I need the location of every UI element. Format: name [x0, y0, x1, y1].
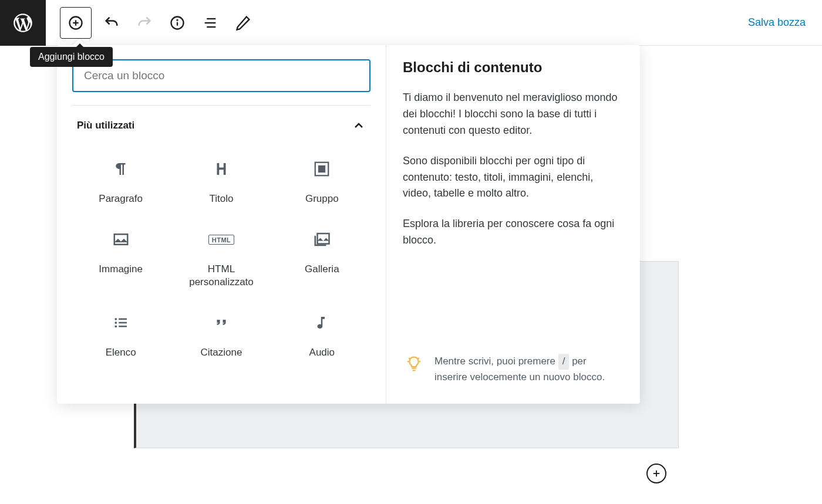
svg-rect-14	[119, 319, 127, 320]
block-inserter-left: Più utilizzati Paragrafo Titolo Gruppo I…	[57, 45, 386, 404]
svg-rect-18	[119, 326, 127, 327]
svg-line-22	[418, 358, 419, 359]
floating-add-button[interactable]	[646, 464, 666, 483]
block-grid: Paragrafo Titolo Gruppo Immagine HTML HT…	[72, 138, 370, 365]
plus-circle-icon	[68, 15, 84, 31]
quote-icon	[211, 312, 232, 333]
image-icon	[110, 229, 132, 250]
list-icon	[110, 312, 132, 333]
pencil-icon	[235, 15, 251, 31]
editor-toolbar: Salva bozza	[0, 0, 822, 46]
svg-rect-12	[318, 234, 329, 244]
save-draft-button[interactable]: Salva bozza	[742, 12, 811, 33]
wordpress-icon	[12, 12, 34, 34]
svg-point-13	[114, 318, 117, 320]
svg-point-15	[114, 322, 117, 324]
plus-icon	[651, 468, 662, 479]
block-inserter-right: Blocchi di contenuto Ti diamo il benvenu…	[386, 45, 640, 404]
tip-text: Mentre scrivi, puoi premere / per inseri…	[434, 354, 621, 385]
block-item-image[interactable]: Immagine	[72, 217, 169, 295]
svg-rect-16	[119, 322, 127, 324]
block-item-group[interactable]: Gruppo	[274, 147, 370, 211]
info-paragraph-2: Sono disponibili blocchi per ogni tipo d…	[403, 153, 624, 202]
html-icon: HTML	[211, 229, 232, 250]
block-item-audio[interactable]: Audio	[274, 300, 370, 365]
undo-icon	[103, 15, 120, 31]
paragraph-icon	[110, 158, 132, 180]
block-item-gallery[interactable]: Galleria	[274, 217, 370, 295]
block-item-quote[interactable]: Citazione	[173, 300, 269, 365]
block-item-paragraph[interactable]: Paragrafo	[72, 147, 169, 211]
svg-rect-11	[114, 234, 127, 245]
svg-line-21	[409, 358, 410, 359]
block-item-heading[interactable]: Titolo	[173, 147, 269, 211]
svg-point-17	[114, 326, 117, 328]
info-paragraph-3: Esplora la libreria per conoscere cosa f…	[403, 216, 624, 249]
info-title: Blocchi di contenuto	[403, 59, 624, 76]
toolbar-buttons	[46, 7, 256, 39]
slash-key: /	[558, 354, 570, 369]
svg-rect-10	[319, 166, 325, 172]
block-item-list[interactable]: Elenco	[72, 300, 169, 365]
outline-icon	[202, 15, 218, 31]
gallery-icon	[311, 229, 332, 250]
add-block-tooltip: Aggiungi blocco	[30, 47, 113, 67]
undo-button[interactable]	[99, 10, 124, 36]
block-inserter-popover: Più utilizzati Paragrafo Titolo Gruppo I…	[57, 45, 640, 404]
outline-button[interactable]	[197, 10, 223, 36]
add-block-button[interactable]	[60, 7, 92, 39]
wordpress-logo[interactable]	[0, 0, 46, 46]
section-header-most-used[interactable]: Più utilizzati	[72, 106, 370, 138]
info-paragraph-1: Ti diamo il benvenuto nel meraviglioso m…	[403, 90, 624, 139]
redo-icon	[136, 15, 153, 31]
audio-icon	[311, 312, 332, 333]
redo-button	[132, 10, 157, 36]
heading-icon	[211, 158, 232, 180]
tip-box: Mentre scrivi, puoi premere / per inseri…	[403, 349, 624, 390]
group-icon	[311, 158, 332, 180]
block-item-html[interactable]: HTML HTML personalizzato	[173, 217, 269, 295]
edit-button[interactable]	[230, 10, 256, 36]
search-input[interactable]	[72, 59, 370, 92]
lightbulb-icon	[405, 355, 423, 373]
svg-point-5	[177, 19, 177, 20]
section-title: Più utilizzati	[77, 120, 134, 131]
info-button[interactable]	[164, 10, 190, 36]
info-icon	[169, 15, 186, 31]
chevron-up-icon	[352, 119, 366, 133]
